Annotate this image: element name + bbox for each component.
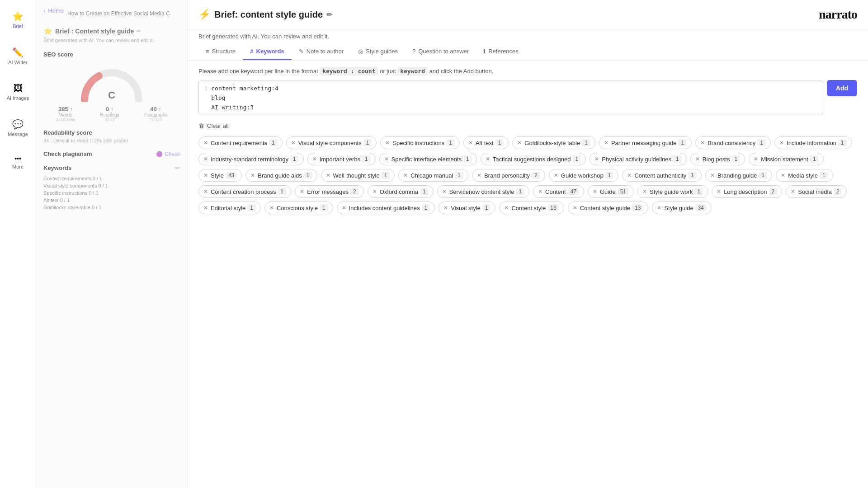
tag-label: Media style <box>788 172 818 179</box>
tag-item: ✕ Include information 1 <box>774 136 852 149</box>
tag-remove-icon[interactable]: ✕ <box>779 140 784 146</box>
tag-remove-icon[interactable]: ✕ <box>700 140 705 146</box>
tag-item: ✕ Guide 51 <box>588 185 634 198</box>
tag-remove-icon[interactable]: ✕ <box>312 156 317 162</box>
tag-label: Error messages <box>307 188 349 195</box>
tag-count: 1 <box>759 172 768 179</box>
tag-item: ✕ Style guide 34 <box>652 202 712 214</box>
tag-label: Guide <box>600 188 616 195</box>
tag-remove-icon[interactable]: ✕ <box>486 156 490 162</box>
back-link[interactable]: ‹ Home <box>43 7 64 14</box>
tag-remove-icon[interactable]: ✕ <box>710 172 715 178</box>
more-icon: ••• <box>14 155 21 162</box>
tag-item: ✕ Social media 2 <box>786 185 847 198</box>
tag-remove-icon[interactable]: ✕ <box>291 140 296 146</box>
tag-remove-icon[interactable]: ✕ <box>754 156 758 162</box>
tag-remove-icon[interactable]: ✕ <box>781 172 785 178</box>
back-arrow-icon: ‹ <box>43 7 45 14</box>
seo-score-section: SEO score C 385 ↑ Words 2248-3369 0 ↑ He… <box>43 51 180 122</box>
tag-item: ✕ Blog posts 1 <box>690 153 745 165</box>
tag-remove-icon[interactable]: ✕ <box>384 156 389 162</box>
tab-question-to-answer[interactable]: ? Question to answer <box>405 43 476 60</box>
sidebar-item-ai-images-label: AI Images <box>7 95 29 101</box>
sidebar: ⭐ Brief ✏️ AI Writer 🖼 AI Images 💬 Messa… <box>0 0 36 488</box>
tag-remove-icon[interactable]: ✕ <box>627 172 632 178</box>
tag-remove-icon[interactable]: ✕ <box>504 205 509 211</box>
keywords-content-panel: Please add one keyword per line in the f… <box>188 61 868 488</box>
check-plagiarism-button[interactable]: 🟣 Check <box>156 151 180 157</box>
tag-remove-icon[interactable]: ✕ <box>538 188 542 195</box>
score-metrics: 385 ↑ Words 2248-3369 0 ↑ Headings 22-49… <box>43 106 180 122</box>
tag-label: Editorial style <box>211 205 245 211</box>
tag-remove-icon[interactable]: ✕ <box>443 205 448 211</box>
tag-label: Content requirements <box>211 140 267 146</box>
brief-panel-subtitle: Brief generated with AI. You can review … <box>43 37 180 44</box>
tag-count: 2 <box>769 188 778 195</box>
tag-remove-icon[interactable]: ✕ <box>403 172 408 178</box>
tag-label: Style guide work <box>650 188 693 195</box>
tag-count: 1 <box>290 155 299 163</box>
tag-remove-icon[interactable]: ✕ <box>342 205 346 211</box>
message-icon: 💬 <box>12 119 24 130</box>
sidebar-item-ai-images[interactable]: 🖼 AI Images <box>3 80 33 104</box>
tag-remove-icon[interactable]: ✕ <box>468 140 473 146</box>
tag-remove-icon[interactable]: ✕ <box>385 140 390 146</box>
sidebar-item-more[interactable]: ••• More <box>9 151 27 173</box>
kw-item-4: Alt text 0 / 1 <box>43 197 180 204</box>
tag-remove-icon[interactable]: ✕ <box>791 188 795 195</box>
tag-remove-icon[interactable]: ✕ <box>250 172 255 178</box>
tag-remove-icon[interactable]: ✕ <box>517 140 522 146</box>
sidebar-item-brief[interactable]: ⭐ Brief <box>9 7 27 33</box>
tag-item: ✕ Brand consistency 1 <box>695 136 771 149</box>
sidebar-item-ai-writer[interactable]: ✏️ AI Writer <box>5 43 31 69</box>
keyword-textarea[interactable]: content marketing:4 blog AI writing:3 <box>211 84 817 111</box>
tag-label: Include information <box>787 140 836 146</box>
tab-structure[interactable]: ≡ Structure <box>198 43 243 60</box>
brief-edit-icon[interactable]: ✏ <box>137 28 141 34</box>
tag-remove-icon[interactable]: ✕ <box>642 188 647 195</box>
tag-label: Physical activity guidelines <box>602 156 671 163</box>
tag-remove-icon[interactable]: ✕ <box>717 188 721 195</box>
metric-words-value: 385 ↑ <box>56 106 75 113</box>
tag-count: 2 <box>350 188 359 195</box>
keywords-edit-icon[interactable]: ✏ <box>175 164 180 171</box>
tag-remove-icon[interactable]: ✕ <box>203 188 208 195</box>
tag-remove-icon[interactable]: ✕ <box>326 172 330 178</box>
tag-label: Partner messaging guide <box>611 140 677 146</box>
main-edit-icon[interactable]: ✏ <box>326 10 332 19</box>
tab-note-to-author[interactable]: ✎ Note to author <box>292 43 351 60</box>
tag-remove-icon[interactable]: ✕ <box>594 156 599 162</box>
tag-remove-icon[interactable]: ✕ <box>203 205 208 211</box>
tag-label: Mission statement <box>761 156 808 163</box>
tag-label: Long description <box>724 188 767 195</box>
tag-label: Brand personality <box>484 172 530 179</box>
tag-count: 1 <box>757 139 766 146</box>
gauge-svg: C <box>75 61 148 102</box>
tag-remove-icon[interactable]: ✕ <box>593 188 597 195</box>
tag-remove-icon[interactable]: ✕ <box>300 188 304 195</box>
tab-keywords[interactable]: # Keywords <box>243 43 291 60</box>
tag-remove-icon[interactable]: ✕ <box>554 172 558 178</box>
tag-remove-icon[interactable]: ✕ <box>657 205 661 211</box>
tab-references[interactable]: ℹ References <box>476 43 525 60</box>
tag-count: 1 <box>382 172 390 179</box>
tag-remove-icon[interactable]: ✕ <box>269 205 274 211</box>
hash-icon: # <box>250 48 253 55</box>
tag-label: Chicago manual <box>410 172 453 179</box>
tag-remove-icon[interactable]: ✕ <box>477 172 481 178</box>
tag-count: 47 <box>568 188 579 195</box>
tag-item: ✕ Content style 13 <box>499 202 564 214</box>
tag-remove-icon[interactable]: ✕ <box>203 172 208 178</box>
tab-style-guides[interactable]: ◎ Style guides <box>351 43 405 60</box>
tag-remove-icon[interactable]: ✕ <box>203 140 208 146</box>
tag-remove-icon[interactable]: ✕ <box>573 205 577 211</box>
tag-item: ✕ Visual style components 1 <box>286 136 377 149</box>
tag-remove-icon[interactable]: ✕ <box>604 140 609 146</box>
sidebar-item-message[interactable]: 💬 Message <box>4 115 32 141</box>
tag-remove-icon[interactable]: ✕ <box>373 188 377 195</box>
clear-all-button[interactable]: 🗑 Clear all <box>198 122 857 129</box>
tag-remove-icon[interactable]: ✕ <box>203 156 208 162</box>
tag-remove-icon[interactable]: ✕ <box>695 156 700 162</box>
add-keyword-button[interactable]: Add <box>827 80 857 96</box>
tag-remove-icon[interactable]: ✕ <box>442 188 447 195</box>
